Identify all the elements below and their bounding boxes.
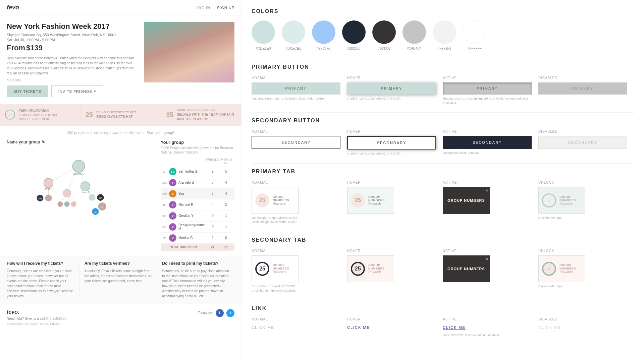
secondary-hover-state: HOVER SECONDARY shadow: 1px 2px 9px rgba… xyxy=(347,130,443,156)
lb-row-2: 2nd V Aranjelo S 3 4 xyxy=(161,177,234,188)
primary-tab-normal-state: NORMAL 25 GROUP NUMBERS Rewards Tab (hei… xyxy=(252,181,347,224)
secondary-hover-label: HOVER xyxy=(347,130,436,133)
secondary-disabled-label: DISABLED xyxy=(538,130,627,133)
lb-avatar-2: V xyxy=(169,179,176,186)
primary-normal-desc: font-size: 14px; button style:height: 50… xyxy=(252,97,340,101)
leaderboard-title: Your group xyxy=(161,140,234,145)
secondary-button-section: SECONDARY BUTTON NORMAL SECONDARY HOVER … xyxy=(252,118,634,156)
secondary-tab-section: SECONDARY TAB NORMAL 25 GROUP NUMBERS Re… xyxy=(252,237,634,293)
leaderboard: Your group 5,000 People are unlocking re… xyxy=(161,140,234,251)
link-hover[interactable]: CLICK ME xyxy=(347,324,438,331)
reward-text-1: PERK UNLOCKED! YOUR GROUP: 10 FRIENDS10%… xyxy=(18,108,58,121)
logo: fevo xyxy=(7,4,19,11)
tab-text-secondary-unlock: Group NumbeRS Rewards xyxy=(559,263,582,274)
svg-point-23 xyxy=(89,194,96,201)
twitter-icon[interactable]: t xyxy=(226,309,234,317)
swatch-6: #C4C4C4 xyxy=(402,20,426,50)
footer: fevo. Need help? Give us a call 646.218.… xyxy=(0,304,241,330)
tab-circle-unlock: ✓ xyxy=(542,193,556,207)
primary-button-title: PRIMARY BUTTON xyxy=(252,64,634,70)
secondary-tab-unlock-desc: Circle border: 4px; xyxy=(538,284,629,289)
primary-normal-state: NORMAL PRIMARY font-size: 14px; button s… xyxy=(252,76,347,105)
primary-active-button[interactable]: PRIMARY xyxy=(443,82,532,95)
primary-hover-desc: shadow: 1px 2px 9px rgba(0, 0, 0, 0.33); xyxy=(347,97,436,101)
tab-text-unlock: Group NUMBERS Rewards xyxy=(559,195,582,205)
reward-item-2: 25 BRING 25 FRIENDS TO GET Brooklyn Nets… xyxy=(80,104,161,126)
invite-friends-button[interactable]: INVITE FRIENDS ▾ xyxy=(51,85,103,97)
left-panel: fevo LOG IN SIGN UP New York Fashion Wee… xyxy=(0,0,241,362)
primary-tab-active[interactable]: ✕ GROUP NUMBERS xyxy=(443,187,490,214)
svg-text:JS: JS xyxy=(101,206,103,208)
footer-left: fevo. Need help? Give us a call 646.218.… xyxy=(7,309,66,325)
secondary-tab-normal-state: NORMAL 25 GROUP NUMBERS Rewards Box bord… xyxy=(252,249,347,293)
link-active[interactable]: CLICK ME xyxy=(443,324,533,331)
group-content: Name your group ✎ xyxy=(7,140,234,251)
primary-button-states: NORMAL PRIMARY font-size: 14px; button s… xyxy=(252,76,634,105)
tab-active-close-icon[interactable]: ✕ xyxy=(485,257,488,261)
edit-icon[interactable]: ✎ xyxy=(42,140,45,144)
lb-row-3: 3rd V You 7 4 xyxy=(161,188,234,199)
primary-active-label: ACTIVE xyxy=(443,76,532,80)
faq-title-2: Are my tickets verified? xyxy=(85,261,152,266)
secondary-button-states: NORMAL SECONDARY HOVER SECONDARY shadow:… xyxy=(252,130,634,156)
colors-section: COLORS #CDE1E0 #DCECEB #9FC7F7 #202835 xyxy=(252,8,634,50)
secondary-tab-title: SECONDARY TAB xyxy=(252,237,634,243)
link-normal-state: NORMAL CLICK ME xyxy=(252,317,347,338)
svg-point-18 xyxy=(45,195,52,201)
faq-item-1: How will I receive my tickets? Generally… xyxy=(7,261,79,299)
event-section: New York Fashion Week 2017 Skylight Clar… xyxy=(0,15,241,104)
svg-point-19 xyxy=(63,189,71,197)
secondary-tab-unlock[interactable]: ✓ Group NumbeRS Rewards xyxy=(538,255,585,282)
price-value: $139 xyxy=(26,44,43,52)
primary-tab-unlock-state: UNLOCK ✓ Group NUMBERS Rewards circle bo… xyxy=(538,181,634,224)
secondary-button-title: SECONDARY BUTTON xyxy=(252,118,634,124)
secondary-active-button[interactable]: SEConDARY xyxy=(443,136,532,149)
lb-avatar-1: SG xyxy=(169,168,176,175)
link-states: NORMAL CLICK ME HOVER CLICK ME ACTIVE CL… xyxy=(252,317,634,338)
footer-phone[interactable]: 646.218.9720 xyxy=(46,317,66,320)
primary-hover-button[interactable]: PRIMARY xyxy=(347,82,436,95)
leaderboard-subtitle: 5,000 People are unlocking rewards for B… xyxy=(161,146,234,155)
primary-tab-normal[interactable]: 25 GROUP NUMBERS Rewards xyxy=(252,187,299,214)
secondary-tab-active[interactable]: ✕ GROUP NUMBERS xyxy=(443,255,490,282)
login-link[interactable]: LOG IN xyxy=(196,6,210,10)
secondary-tab-active-state: ACTIVE ✕ GROUP NUMBERS xyxy=(443,249,538,293)
svg-text:Jason R: Jason R xyxy=(81,191,90,193)
secondary-hover-desc: shadow: 1px 2px 9px rgba(0, 0, 0, 0.33); xyxy=(347,152,436,156)
link-normal[interactable]: CLICK ME xyxy=(252,324,342,331)
lb-total-row: TOTAL GROUP SIZE 21 17 xyxy=(161,244,234,251)
primary-normal-button[interactable]: PRIMARY xyxy=(252,82,340,95)
right-panel: COLORS #CDE1E0 #DCECEB #9FC7F7 #202835 xyxy=(241,0,644,362)
footer-copyright: ©Copyright Fevo 2016 / Terms / Privacy xyxy=(7,322,66,325)
lb-row-5: 5th V Geralda Y 0 1 xyxy=(161,210,234,222)
primary-tab-hover[interactable]: 25 GROUP NUMBERS Rewards xyxy=(347,187,394,214)
secondary-disabled-state: DISABLED secondary xyxy=(538,130,634,156)
primary-hover-label: HOVER xyxy=(347,76,436,80)
nav-links: LOG IN SIGN UP xyxy=(196,6,234,10)
secondary-hover-button[interactable]: SECONDARY xyxy=(347,136,436,149)
swatch-4: #202835 xyxy=(342,20,366,50)
primary-tab-title: PRIMARY TAB xyxy=(252,169,634,175)
facebook-icon[interactable]: f xyxy=(216,309,224,317)
primary-tab-unlock[interactable]: ✓ Group NUMBERS Rewards xyxy=(538,187,585,214)
secondary-normal-button[interactable]: SECONDARY xyxy=(252,136,340,149)
svg-point-12 xyxy=(44,178,53,188)
signup-link[interactable]: SIGN UP xyxy=(217,6,234,10)
tab-text-secondary-normal: GROUP NUMBERS Rewards xyxy=(273,263,295,274)
primary-tab-hover-state: HOVER 25 GROUP NUMBERS Rewards xyxy=(347,181,443,224)
more-info-link[interactable]: More Info xyxy=(7,78,139,82)
secondary-active-label: ACTIVE xyxy=(443,130,532,133)
buy-tickets-button[interactable]: BUY TICKETS xyxy=(7,85,48,97)
rewards-bar: ✓ PERK UNLOCKED! YOUR GROUP: 10 FRIENDS1… xyxy=(0,104,241,126)
tab-close-icon[interactable]: ✕ xyxy=(485,189,488,192)
link-section: LINK NORMAL CLICK ME HOVER CLICK ME ACTI… xyxy=(252,305,634,338)
price-label: From xyxy=(7,44,25,52)
secondary-tab-hover[interactable]: 25 Group NUMBERS Rewards xyxy=(347,255,394,282)
primary-hover-state: HOVER PRIMARY shadow: 1px 2px 9px rgba(0… xyxy=(347,76,443,105)
svg-point-10 xyxy=(73,160,85,172)
secondary-tab-normal[interactable]: 25 GROUP NUMBERS Rewards xyxy=(252,255,299,282)
secondary-tab-states: NORMAL 25 GROUP NUMBERS Rewards Box bord… xyxy=(252,249,634,293)
lb-avatar-4: V xyxy=(169,201,176,208)
faq-section: How will I receive my tickets? Generally… xyxy=(0,256,241,304)
reward-number-3: 35 xyxy=(166,111,173,119)
